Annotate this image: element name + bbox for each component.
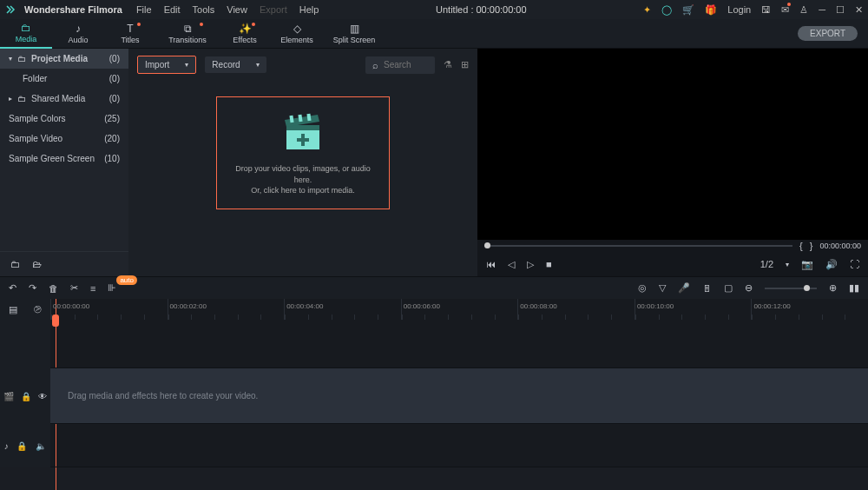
track-empty[interactable] <box>50 320 868 368</box>
preview-ratio[interactable]: 1/2 <box>760 259 773 269</box>
zoom-in-button[interactable]: ⊕ <box>829 282 837 294</box>
bracket-open[interactable]: { <box>799 241 803 251</box>
magnet-icon[interactable]: ⧁ <box>34 304 42 315</box>
voiceover-icon[interactable]: 🎤 <box>678 282 690 294</box>
menu-help[interactable]: Help <box>299 4 319 15</box>
filter-icon[interactable]: ⚗ <box>444 59 452 70</box>
prev-frame-button[interactable]: ⏮ <box>486 259 496 269</box>
sidebar-label: Sample Green Screen <box>9 154 95 163</box>
edit-button[interactable]: ≡ <box>90 283 95 294</box>
mute-icon[interactable]: 🔈 <box>36 441 46 451</box>
menu-edit[interactable]: Edit <box>164 4 181 15</box>
redo-button[interactable]: ↷ <box>29 282 36 294</box>
search-box[interactable]: ⌕ <box>365 56 435 74</box>
menu-view[interactable]: View <box>227 4 247 15</box>
split-button[interactable]: ✂ <box>70 282 78 294</box>
video-track-icon: 🎬 <box>3 392 14 401</box>
stop-button[interactable]: ■ <box>546 259 552 269</box>
timeline: ▤ ⧁ 00:00:00:00 00:00:02:00 00:00:04:00 … <box>0 299 868 467</box>
menu-file[interactable]: File <box>136 4 152 15</box>
delete-button[interactable]: 🗑 <box>49 283 58 294</box>
tab-effects-label: Effects <box>233 36 256 44</box>
chevron-down-icon: ▾ <box>9 55 12 63</box>
grid-view-icon[interactable]: ⊞ <box>461 59 469 70</box>
tab-titles[interactable]: T Titles <box>104 19 156 49</box>
upper-panels: ▾🗀Project Media (0) Folder (0) ▸🗀Shared … <box>0 49 868 276</box>
premium-icon[interactable]: ✦ <box>643 4 651 16</box>
track-area[interactable]: Drag media and effects here to create yo… <box>50 320 868 467</box>
close-button[interactable]: ✕ <box>855 4 863 16</box>
export-button[interactable]: EXPORT <box>798 26 858 41</box>
login-button[interactable]: Login <box>727 4 751 15</box>
new-folder-icon[interactable]: 🗀 <box>10 259 20 269</box>
zoom-out-button[interactable]: ⊖ <box>745 282 753 294</box>
audio-track-header[interactable]: ♪ 🔒 🔈 <box>0 424 50 467</box>
import-drop-zone[interactable]: Drop your video clips, images, or audio … <box>216 96 390 209</box>
timeline-tracks: 🎬 🔒 👁 ♪ 🔒 🔈 Drag media and effects here … <box>0 320 868 467</box>
mixer-icon[interactable]: 🎚 <box>702 283 712 294</box>
tab-titles-label: Titles <box>121 36 139 44</box>
document-title: Untitled : 00:00:00:00 <box>327 4 635 15</box>
minimize-button[interactable]: ─ <box>819 4 825 15</box>
sidebar-item-sample-colors[interactable]: Sample Colors (25) <box>0 109 128 129</box>
sidebar-item-sample-video[interactable]: Sample Video (20) <box>0 129 128 149</box>
cart-icon[interactable]: 🛒 <box>682 4 694 16</box>
render-icon[interactable]: ◎ <box>638 282 647 294</box>
user-icon[interactable]: ♙ <box>799 4 808 16</box>
timeline-ruler[interactable]: 00:00:00:00 00:00:02:00 00:00:04:00 00:0… <box>50 299 868 320</box>
tab-split-screen[interactable]: ▥ Split Screen <box>323 19 385 49</box>
save-icon[interactable]: 🖫 <box>761 4 771 15</box>
lock-icon[interactable]: 🔒 <box>21 392 31 401</box>
visibility-icon[interactable]: 👁 <box>38 392 47 401</box>
video-track[interactable]: Drag media and effects here to create yo… <box>50 368 868 424</box>
tab-effects[interactable]: ✨ Effects <box>219 19 271 49</box>
chevron-down-icon: ▾ <box>256 61 260 69</box>
bracket-close[interactable]: } <box>810 241 813 251</box>
marker-icon[interactable]: ▽ <box>659 282 666 294</box>
track-hint: Drag media and effects here to create yo… <box>68 391 258 401</box>
keyframe-icon[interactable]: ▢ <box>724 282 733 294</box>
zoom-handle[interactable] <box>804 285 810 291</box>
tab-transitions[interactable]: ⧉ Transitions <box>156 19 219 49</box>
video-track-header[interactable]: 🎬 🔒 👁 <box>0 368 50 424</box>
folder-icon: 🗀 <box>17 54 26 63</box>
transitions-icon: ⧉ <box>184 23 192 35</box>
sidebar-item-shared-media[interactable]: ▸🗀Shared Media (0) <box>0 89 128 109</box>
volume-icon[interactable]: 🔊 <box>825 259 838 270</box>
audio-track[interactable] <box>50 424 868 467</box>
media-sidebar: ▾🗀Project Media (0) Folder (0) ▸🗀Shared … <box>0 49 128 276</box>
auto-button[interactable]: ⊪auto <box>108 282 116 294</box>
search-input[interactable] <box>384 60 427 70</box>
ruler-tick: 00:00:12:00 <box>751 299 868 320</box>
snapshot-icon[interactable]: 📷 <box>801 259 813 270</box>
tab-audio[interactable]: ♪ Audio <box>52 19 104 49</box>
maximize-button[interactable]: ☐ <box>836 4 845 16</box>
timeline-menu-icon[interactable]: ▤ <box>9 304 17 315</box>
support-icon[interactable]: ◯ <box>661 4 672 16</box>
play-button[interactable]: ▷ <box>527 259 534 270</box>
tab-elements[interactable]: ◇ Elements <box>271 19 323 49</box>
zoom-fit-button[interactable]: ▮▮ <box>849 282 859 294</box>
mail-icon[interactable]: ✉ <box>781 4 789 16</box>
fullscreen-icon[interactable]: ⛶ <box>850 259 859 269</box>
preview-viewport[interactable] <box>477 49 868 240</box>
play-back-button[interactable]: ◁ <box>508 259 515 270</box>
lock-icon[interactable]: 🔒 <box>16 441 27 451</box>
undo-button[interactable]: ↶ <box>9 282 16 294</box>
menu-bar: File Edit Tools View Export Help <box>136 4 319 15</box>
record-dropdown[interactable]: Record ▾ <box>205 56 266 73</box>
auto-badge: auto <box>116 275 137 285</box>
badge-dot <box>137 23 141 26</box>
folder-open-icon[interactable]: 🗁 <box>32 259 42 269</box>
gift-icon[interactable]: 🎁 <box>705 4 717 16</box>
tab-media[interactable]: 🗀 Media <box>0 19 52 49</box>
import-dropdown[interactable]: Import ▾ <box>137 56 196 74</box>
scrub-handle[interactable] <box>484 242 490 248</box>
menu-tools[interactable]: Tools <box>193 4 215 15</box>
chevron-down-icon[interactable]: ▾ <box>786 261 789 268</box>
preview-scrubber[interactable]: { } 00:00:00:00 <box>477 240 868 252</box>
sidebar-item-sample-green[interactable]: Sample Green Screen (10) <box>0 149 128 169</box>
sidebar-item-project-media[interactable]: ▾🗀Project Media (0) <box>0 49 128 69</box>
sidebar-item-folder[interactable]: Folder (0) <box>0 69 128 89</box>
zoom-slider[interactable] <box>765 288 817 289</box>
